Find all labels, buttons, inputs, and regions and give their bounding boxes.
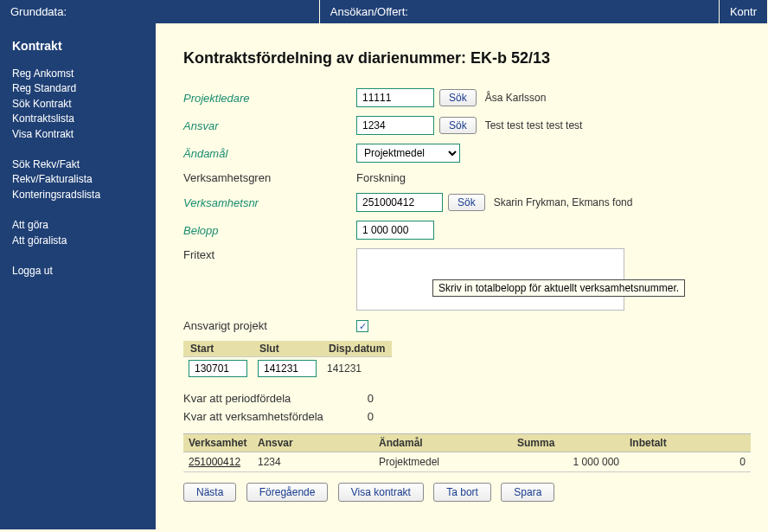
topnav-grunddata[interactable]: Grunddata: — [0, 0, 320, 23]
sidebar-item-visa-kontrakt[interactable]: Visa Kontrakt — [12, 127, 144, 142]
label-projektledare: Projektledare — [183, 92, 356, 105]
checkbox-ansvarigt-projekt[interactable]: ✓ — [356, 320, 368, 332]
date-header-disp: Disp.datum — [322, 341, 392, 357]
tooltip-belopp: Skriv in totalbelopp för aktuellt verksa… — [432, 279, 685, 297]
dist-table: Verksamhet Ansvar Ändamål Summa Inbetalt… — [183, 433, 751, 472]
input-projektledare[interactable] — [356, 88, 434, 107]
button-row: Nästa Föregående Visa kontrakt Ta bort S… — [183, 483, 751, 502]
dist-header-ansvar: Ansvar — [253, 434, 374, 452]
dist-cell-verksamhet[interactable]: 251000412 — [183, 452, 253, 472]
topnav-kontrakt[interactable]: Kontr — [720, 0, 768, 23]
sidebar-item-sok-rekv[interactable]: Sök Rekv/Fakt — [12, 157, 144, 172]
sidebar-item-konteringsradslista[interactable]: Konteringsradslista — [12, 188, 144, 202]
value-kvar-verksamhet: 0 — [368, 410, 374, 423]
page-title: Kontraktsfördelning av diarienummer: EK-… — [183, 49, 751, 67]
label-kvar-verksamhet: Kvar att verksamhetsfördela — [183, 410, 352, 423]
ta-bort-button[interactable]: Ta bort — [433, 483, 491, 502]
sidebar-item-sok-kontrakt[interactable]: Sök Kontrakt — [12, 97, 144, 112]
sok-verksamhetsnr-button[interactable]: Sök — [448, 194, 485, 211]
label-fritext: Fritext — [183, 248, 356, 261]
dist-cell-andamal: Projektmedel — [374, 452, 512, 472]
sidebar: Kontrakt Reg Ankomst Reg Standard Sök Ko… — [0, 23, 156, 529]
input-slut[interactable] — [258, 360, 317, 377]
date-table: Start Slut Disp.datum 141231 — [183, 341, 392, 380]
sidebar-item-att-gora[interactable]: Att göra — [12, 218, 144, 233]
aux-verksamhetsnr: Skarin Frykman, Ekmans fond — [494, 196, 633, 208]
dist-header-summa: Summa — [512, 434, 624, 452]
spara-button[interactable]: Spara — [501, 483, 554, 502]
content: Kontraktsfördelning av diarienummer: EK-… — [156, 23, 768, 529]
label-ansvarigt-projekt: Ansvarigt projekt — [183, 319, 356, 332]
dist-cell-summa: 1 000 000 — [512, 452, 624, 472]
foregaende-button[interactable]: Föregående — [246, 483, 329, 502]
label-belopp: Belopp — [183, 224, 356, 237]
value-disp: 141231 — [322, 357, 392, 381]
aux-projektledare: Åsa Karlsson — [485, 92, 547, 104]
sok-ansvar-button[interactable]: Sök — [439, 117, 477, 134]
label-ansvar: Ansvar — [183, 119, 356, 132]
sidebar-item-logga-ut[interactable]: Logga ut — [12, 264, 144, 279]
input-start[interactable] — [189, 360, 247, 377]
sidebar-item-reg-standard[interactable]: Reg Standard — [12, 81, 144, 96]
sidebar-item-rekv-fakturalista[interactable]: Rekv/Fakturalista — [12, 172, 144, 187]
top-nav: Grunddata: Ansökan/Offert: Kontr — [0, 0, 768, 23]
dist-row: 251000412 1234 Projektmedel 1 000 000 0 — [183, 452, 751, 472]
date-header-slut: Slut — [253, 341, 322, 357]
input-belopp[interactable] — [356, 221, 434, 240]
dist-cell-inbetalt: 0 — [624, 452, 751, 472]
dist-header-verksamhet: Verksamhet — [183, 434, 253, 452]
label-verksamhetsgren: Verksamhetsgren — [183, 171, 356, 184]
sidebar-item-att-goralista[interactable]: Att göralista — [12, 234, 144, 248]
nasta-button[interactable]: Nästa — [183, 483, 236, 502]
label-verksamhetsnr: Verksamhetsnr — [183, 196, 356, 209]
sok-projektledare-button[interactable]: Sök — [439, 89, 477, 106]
dist-header-inbetalt: Inbetalt — [624, 434, 751, 452]
input-verksamhetsnr[interactable] — [356, 193, 443, 212]
sidebar-item-reg-ankomst[interactable]: Reg Ankomst — [12, 67, 144, 81]
input-ansvar[interactable] — [356, 116, 434, 135]
value-kvar-period: 0 — [368, 392, 374, 405]
sidebar-item-kontraktslista[interactable]: Kontraktslista — [12, 112, 144, 126]
dist-cell-ansvar: 1234 — [253, 452, 374, 472]
dist-header-andamal: Ändamål — [374, 434, 512, 452]
value-verksamhetsgren: Forskning — [356, 171, 406, 184]
topnav-ansokan[interactable]: Ansökan/Offert: — [320, 0, 720, 23]
visa-kontrakt-button[interactable]: Visa kontrakt — [338, 483, 424, 502]
aux-ansvar: Test test test test test — [485, 119, 583, 131]
sidebar-heading: Kontrakt — [12, 39, 144, 53]
label-andamal: Ändamål — [183, 147, 356, 160]
label-kvar-period: Kvar att periodfördela — [183, 392, 352, 405]
date-header-start: Start — [183, 341, 253, 357]
select-andamal[interactable]: Projektmedel — [356, 144, 460, 163]
